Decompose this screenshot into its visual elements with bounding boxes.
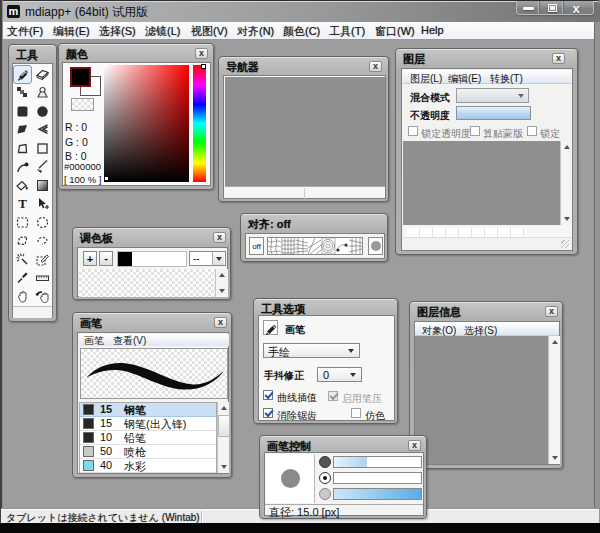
svg-text:T: T — [18, 196, 27, 211]
